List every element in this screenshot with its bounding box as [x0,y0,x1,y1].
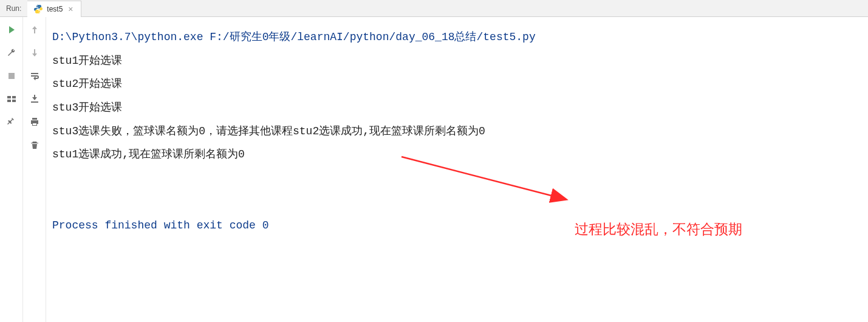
down-arrow-icon[interactable] [28,46,41,60]
console-line: stu1开始选课 [52,49,862,73]
pin-icon[interactable] [5,115,18,129]
run-label: Run: [0,4,27,13]
annotation-text: 过程比较混乱，不符合预期 [575,214,742,244]
run-panel-header: Run: test5 × [0,0,868,17]
svg-rect-3 [7,96,11,98]
svg-rect-5 [7,100,11,102]
console-output[interactable]: D:\Python3.7\python.exe F:/研究生0年级/learnA… [46,17,868,322]
svg-rect-2 [9,73,15,79]
console-line: stu1选课成功,现在篮球课所剩名额为0 [52,143,862,166]
svg-point-1 [39,12,39,13]
svg-rect-6 [12,100,16,102]
stop-icon[interactable] [5,69,18,83]
run-tab[interactable]: test5 × [27,1,81,17]
trash-icon[interactable] [28,139,41,152]
console-line: stu3选课失败，篮球课名额为0，请选择其他课程stu2选课成功,现在篮球课所剩… [52,120,862,143]
soft-wrap-icon[interactable] [28,69,41,83]
console-line: stu3开始选课 [52,96,862,120]
blank-line [52,190,862,214]
wrench-icon[interactable] [5,46,18,60]
close-icon[interactable]: × [66,5,75,13]
console-path-line: D:\Python3.7\python.exe F:/研究生0年级/learnA… [52,26,862,49]
up-arrow-icon[interactable] [28,23,41,36]
scroll-to-end-icon[interactable] [28,92,41,106]
svg-point-0 [37,5,38,6]
svg-rect-4 [12,96,16,98]
rerun-icon[interactable] [5,23,18,36]
console-line: stu2开始选课 [52,72,862,96]
run-toolbar-secondary [23,17,46,322]
blank-line [52,166,862,190]
run-panel-body: D:\Python3.7\python.exe F:/研究生0年级/learnA… [0,17,868,322]
run-toolbar-left [0,17,23,322]
python-file-icon [33,4,43,14]
print-icon[interactable] [28,115,41,129]
layout-icon[interactable] [5,92,18,106]
tab-label: test5 [47,5,63,13]
